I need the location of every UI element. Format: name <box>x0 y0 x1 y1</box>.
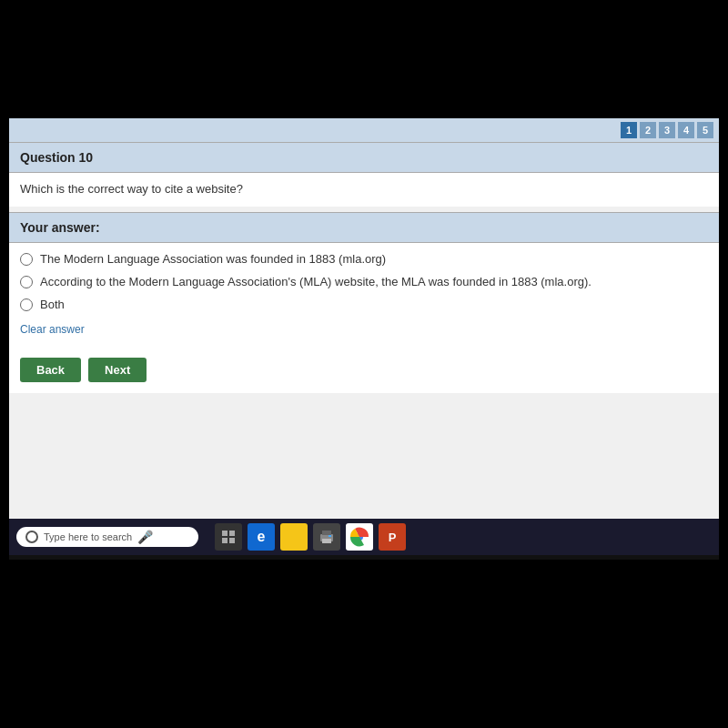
svg-rect-3 <box>229 538 235 543</box>
edge-icon[interactable]: e <box>248 523 275 551</box>
question-text: Which is the correct way to cite a websi… <box>9 173 719 207</box>
radio-1[interactable] <box>20 253 33 266</box>
taskbar-search-text: Type here to search <box>44 531 132 542</box>
option-3[interactable]: Both <box>20 298 708 311</box>
svg-rect-7 <box>329 535 331 537</box>
taskbar: Type here to search 🎤 e <box>9 519 719 555</box>
svg-rect-1 <box>229 531 235 536</box>
pagination-bar: 1 2 3 4 5 <box>9 118 719 142</box>
radio-3[interactable] <box>20 298 33 311</box>
clear-answer-link[interactable]: Clear answer <box>20 323 85 336</box>
option-2-text: According to the Modern Language Associa… <box>40 275 592 288</box>
page-1[interactable]: 1 <box>621 122 637 138</box>
task-view-icon[interactable] <box>215 523 242 551</box>
svg-rect-2 <box>222 538 228 543</box>
taskbar-search[interactable]: Type here to search 🎤 <box>16 527 198 547</box>
taskbar-icons: e P <box>215 523 406 551</box>
options-area: The Modern Language Association was foun… <box>9 243 719 358</box>
option-1-text: The Modern Language Association was foun… <box>40 252 386 266</box>
option-1[interactable]: The Modern Language Association was foun… <box>20 252 708 266</box>
printer-icon[interactable] <box>313 523 340 551</box>
page-4[interactable]: 4 <box>678 122 694 138</box>
chrome-icon[interactable] <box>346 523 373 551</box>
your-answer-header: Your answer: <box>9 212 719 243</box>
svg-rect-0 <box>222 531 228 536</box>
svg-rect-5 <box>322 531 331 535</box>
microphone-icon: 🎤 <box>137 530 153 544</box>
page-5[interactable]: 5 <box>697 122 713 138</box>
powerpoint-icon[interactable]: P <box>379 523 406 551</box>
back-button[interactable]: Back <box>20 358 81 382</box>
svg-rect-6 <box>322 539 331 543</box>
buttons-row: Back Next <box>9 358 719 393</box>
next-button[interactable]: Next <box>88 358 147 382</box>
option-3-text: Both <box>40 298 65 311</box>
option-2[interactable]: According to the Modern Language Associa… <box>20 275 708 288</box>
folder-icon[interactable] <box>280 523 308 551</box>
radio-2[interactable] <box>20 276 33 288</box>
page-3[interactable]: 3 <box>659 122 675 138</box>
page-2[interactable]: 2 <box>640 122 656 138</box>
question-header: Question 10 <box>9 142 719 173</box>
search-circle-icon <box>25 531 38 543</box>
quiz-screen: 1 2 3 4 5 Question 10 Which is the corre… <box>9 118 719 528</box>
question-number: Question 10 <box>20 150 93 165</box>
